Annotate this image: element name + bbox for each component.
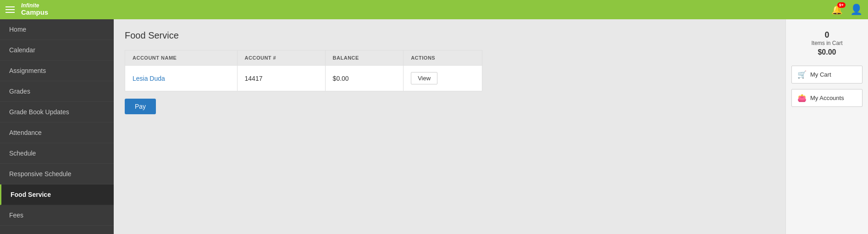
account-name-cell: Lesia Duda	[125, 66, 238, 91]
sidebar-item-fees[interactable]: Fees	[0, 205, 114, 226]
logo-text: Infinite Campus	[21, 3, 48, 17]
logo: Infinite Campus	[21, 3, 48, 17]
account-name-link[interactable]: Lesia Duda	[133, 75, 165, 82]
sidebar-item-assignments[interactable]: Assignments	[0, 61, 114, 81]
pay-button[interactable]: Pay	[125, 99, 156, 114]
balance-cell: $0.00	[325, 66, 404, 91]
view-button[interactable]: View	[411, 72, 437, 84]
topbar-right: 🔔 9+ 👤	[831, 4, 862, 16]
topbar-left: Infinite Campus	[6, 3, 48, 17]
account-number-cell: 14417	[237, 66, 325, 91]
col-account-number: ACCOUNT #	[237, 50, 325, 66]
hamburger-menu-icon[interactable]	[6, 6, 15, 13]
content-area: Food Service ACCOUNT NAME ACCOUNT # BALA…	[114, 19, 785, 234]
sidebar-item-attendance[interactable]: Attendance	[0, 123, 114, 143]
sidebar-item-home[interactable]: Home	[0, 19, 114, 40]
sidebar-item-grade-book-updates[interactable]: Grade Book Updates	[0, 102, 114, 123]
actions-cell: View	[404, 66, 482, 91]
notification-badge: 9+	[837, 2, 846, 8]
user-profile-icon[interactable]: 👤	[850, 4, 862, 16]
cart-items-count: 0	[791, 30, 862, 40]
my-accounts-button[interactable]: 👛 My Accounts	[791, 89, 862, 107]
cart-total: $0.00	[791, 48, 862, 56]
notifications-button[interactable]: 🔔 9+	[831, 4, 843, 15]
col-actions: ACTIONS	[404, 50, 482, 66]
cart-summary: 0 Items in Cart $0.00	[791, 27, 862, 60]
sidebar-item-grades[interactable]: Grades	[0, 81, 114, 102]
sidebar-item-calendar[interactable]: Calendar	[0, 40, 114, 61]
my-cart-button[interactable]: 🛒 My Cart	[791, 66, 862, 84]
table-row: Lesia Duda 14417 $0.00 View	[125, 66, 482, 91]
food-service-table: ACCOUNT NAME ACCOUNT # BALANCE ACTIONS L…	[125, 50, 482, 91]
main-layout: Home Calendar Assignments Grades Grade B…	[0, 19, 868, 234]
col-balance: BALANCE	[325, 50, 404, 66]
sidebar: Home Calendar Assignments Grades Grade B…	[0, 19, 114, 234]
right-panel: 0 Items in Cart $0.00 🛒 My Cart 👛 My Acc…	[785, 19, 868, 234]
sidebar-item-schedule[interactable]: Schedule	[0, 143, 114, 164]
topbar: Infinite Campus 🔔 9+ 👤	[0, 0, 868, 19]
cart-items-label: Items in Cart	[791, 40, 862, 46]
page-title: Food Service	[125, 30, 774, 41]
col-account-name: ACCOUNT NAME	[125, 50, 238, 66]
wallet-icon: 👛	[797, 94, 807, 102]
table-header-row: ACCOUNT NAME ACCOUNT # BALANCE ACTIONS	[125, 50, 482, 66]
cart-icon: 🛒	[797, 70, 807, 79]
sidebar-item-food-service[interactable]: Food Service	[0, 184, 114, 205]
sidebar-item-responsive-schedule[interactable]: Responsive Schedule	[0, 164, 114, 184]
